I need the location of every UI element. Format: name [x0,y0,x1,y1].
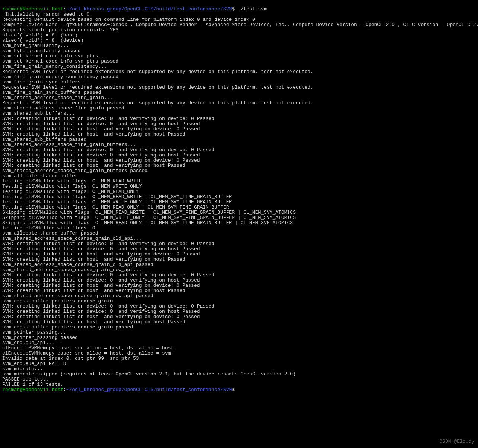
prompt-user: rocman [2,387,20,393]
prompt-path: ~/ocl_khronos_group/OpenCL-CTS/build/tes… [66,387,232,393]
terminal[interactable]: rocman@Radeonvii-host:~/ocl_khronos_grou… [0,0,478,394]
prompt-dollar: $ [232,6,235,12]
prompt-line-1: rocman@Radeonvii-host:~/ocl_khronos_grou… [2,6,267,12]
terminal-output: Initializing random seed to 0. Requestin… [2,12,476,387]
prompt-colon: : [63,387,66,393]
prompt-dollar: $ [232,387,235,393]
prompt-host: Radeonvii-host [23,6,63,12]
prompt-at: @ [20,6,23,12]
prompt-line-2: rocman@Radeonvii-host:~/ocl_khronos_grou… [2,387,235,393]
command-text: ./test_svm [235,6,267,12]
prompt-at: @ [20,387,23,393]
prompt-host: Radeonvii-host [23,387,63,393]
prompt-path: ~/ocl_khronos_group/OpenCL-CTS/build/tes… [66,6,232,12]
prompt-colon: : [63,6,66,12]
prompt-user: rocman [2,6,20,12]
